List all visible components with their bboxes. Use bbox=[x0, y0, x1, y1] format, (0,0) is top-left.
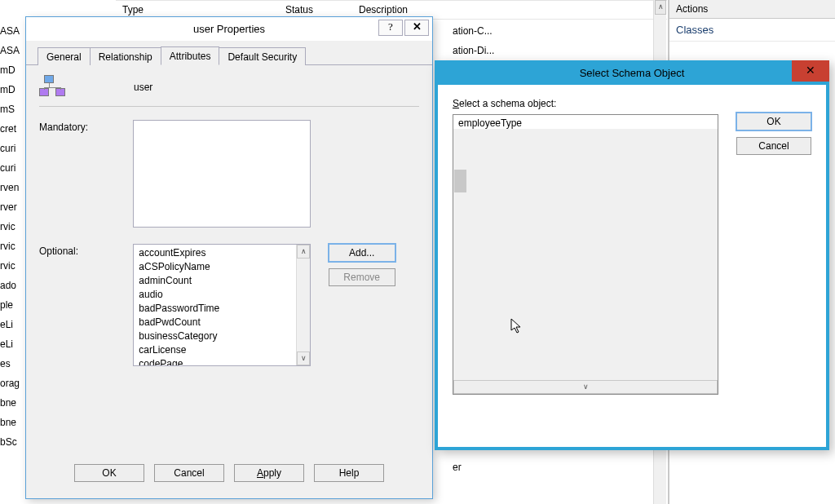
bg-row[interactable]: er bbox=[453, 462, 462, 473]
bg-left-partial-list: ASA ASA mD mD mS cret curi curi rven rve… bbox=[0, 21, 16, 452]
list-item[interactable]: accountExpires bbox=[134, 246, 310, 260]
col-type[interactable]: Type bbox=[116, 4, 279, 15]
list-item[interactable]: adminCount bbox=[134, 274, 310, 288]
scroll-up-icon[interactable]: ∧ bbox=[297, 245, 310, 259]
list-item[interactable]: codePage bbox=[134, 357, 310, 366]
scroll-down-icon[interactable]: ∨ bbox=[297, 351, 310, 365]
user-properties-dialog: user Properties ? ✕ General Relationship… bbox=[25, 16, 433, 499]
optional-label: Optional: bbox=[39, 244, 130, 257]
listbox-scrollbar[interactable]: ∧ ∨ bbox=[296, 245, 310, 365]
col-status[interactable]: Status bbox=[279, 4, 352, 15]
mandatory-listbox[interactable] bbox=[133, 120, 311, 228]
tab-attributes[interactable]: Attributes bbox=[161, 46, 220, 65]
listbox-scrollbar[interactable]: ∧ ∨ bbox=[453, 392, 718, 395]
tab-body-attributes: user Mandatory: Optional: accountExpires… bbox=[26, 65, 432, 457]
mandatory-label: Mandatory: bbox=[39, 120, 130, 133]
list-item[interactable]: carLicense bbox=[134, 343, 310, 357]
list-item[interactable]: aCSPolicyName bbox=[134, 260, 310, 274]
dialog-title: Select Schema Object bbox=[580, 67, 685, 79]
bg-row[interactable]: ation-Di... bbox=[453, 41, 494, 60]
class-name: user bbox=[134, 82, 152, 93]
titlebar[interactable]: user Properties ? ✕ bbox=[26, 17, 432, 41]
apply-button[interactable]: Apply bbox=[234, 464, 304, 482]
bg-row[interactable]: ation-C... bbox=[453, 21, 494, 41]
list-item[interactable]: badPwdCount bbox=[134, 316, 310, 329]
tab-default-security[interactable]: Default Security bbox=[219, 47, 306, 65]
remove-button: Remove bbox=[329, 268, 395, 286]
help-button[interactable]: ? bbox=[378, 20, 403, 36]
cancel-button[interactable]: Cancel bbox=[154, 464, 224, 482]
tab-relationship[interactable]: Relationship bbox=[90, 47, 161, 65]
select-schema-object-dialog: Select Schema Object ✕ Select a schema o… bbox=[435, 60, 829, 450]
ok-button[interactable]: OK bbox=[736, 113, 811, 130]
list-item[interactable]: employeeType bbox=[453, 117, 718, 130]
schema-select-label: Select a schema object: bbox=[453, 98, 718, 109]
dialog-title: user Properties bbox=[26, 23, 432, 35]
optional-listbox[interactable]: accountExpires aCSPolicyName adminCount … bbox=[133, 244, 311, 366]
list-item[interactable]: businessCategory bbox=[134, 329, 310, 343]
separator bbox=[39, 106, 419, 107]
list-item[interactable]: badPasswordTime bbox=[134, 302, 310, 316]
ok-button[interactable]: OK bbox=[74, 464, 144, 482]
actions-title: Actions bbox=[669, 0, 835, 19]
list-item[interactable]: audio bbox=[134, 288, 310, 302]
titlebar[interactable]: Select Schema Object ✕ bbox=[435, 60, 829, 85]
scroll-thumb[interactable] bbox=[454, 170, 466, 192]
tabstrip: General Relationship Attributes Default … bbox=[26, 41, 432, 65]
close-button[interactable]: ✕ bbox=[792, 60, 829, 82]
schema-object-listbox[interactable]: employeeTypeEnabledenabledConnectionenro… bbox=[453, 114, 718, 395]
dialog-button-row: OK Cancel Apply Help bbox=[26, 464, 432, 489]
actions-section-classes[interactable]: Classes bbox=[669, 19, 835, 42]
bg-rows: ation-C... ation-Di... bbox=[453, 21, 494, 60]
schema-class-icon bbox=[39, 75, 77, 99]
scroll-up-icon[interactable]: ∧ bbox=[655, 0, 666, 15]
add-button[interactable]: Add... bbox=[329, 244, 395, 262]
scroll-down-icon[interactable]: ∨ bbox=[453, 380, 718, 394]
help-button[interactable]: Help bbox=[314, 464, 384, 482]
cancel-button[interactable]: Cancel bbox=[736, 137, 811, 155]
col-description[interactable]: Description bbox=[352, 4, 414, 15]
close-button[interactable]: ✕ bbox=[404, 20, 429, 36]
tab-general[interactable]: General bbox=[38, 47, 91, 65]
